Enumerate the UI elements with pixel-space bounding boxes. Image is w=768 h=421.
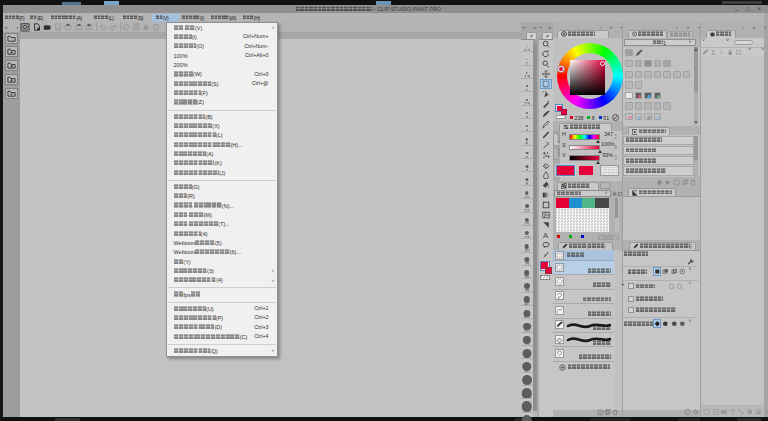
svg-text:A: A bbox=[543, 231, 549, 239]
